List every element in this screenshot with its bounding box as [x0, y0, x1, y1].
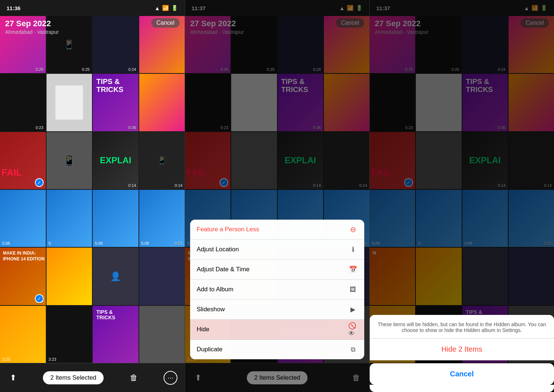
photo-cell-18[interactable]	[47, 248, 92, 305]
photo-grid-1: 0:25 📱 0:25 0:24 0:23 TIPS &TRICKS 0:36 …	[0, 16, 185, 363]
photo-cell-24[interactable]	[139, 306, 185, 363]
bottom-toolbar-1: ⬆ 2 Items Selected 🗑 ···	[0, 363, 185, 392]
signal-icon: ▲	[154, 5, 160, 11]
selected-check-17: ✓	[35, 294, 44, 303]
adjust-date-label: Adjust Date & Time	[197, 266, 250, 273]
tips-text-1: TIPS &TRICKS	[96, 77, 123, 93]
photo-cell-14[interactable]: 5:	[47, 190, 92, 247]
status-icons-1: ▲ 📶 🔋	[154, 5, 178, 11]
hide-label: Hide	[197, 326, 209, 333]
photo-cell-12[interactable]: 📱 0:14	[139, 132, 185, 189]
feature-less-label: Feature a Person Less	[197, 226, 259, 233]
menu-add-album[interactable]: Add to Album 🖼	[190, 280, 364, 300]
menu-duplicate[interactable]: Duplicate ⧉	[190, 340, 364, 359]
panel-2: 11:37 ▲ 📶 🔋 27 Sep 2022 Ahmedabad - Vast…	[185, 0, 369, 392]
menu-adjust-date[interactable]: Adjust Date & Time 📅	[190, 260, 364, 280]
photo-cell-1[interactable]: 0:25	[0, 16, 46, 73]
tips-text-2: TIPS &TRICKS	[96, 309, 115, 321]
wifi-icon: 📶	[162, 5, 169, 11]
photo-cell-23[interactable]: TIPS &TRICKS	[93, 306, 138, 363]
cancel-button-1[interactable]: Cancel	[151, 18, 180, 28]
photo-cell-10[interactable]: 📱	[47, 132, 92, 189]
photo-cell-16[interactable]: 5:09 0:21	[139, 190, 185, 247]
delete-icon-1[interactable]: 🗑	[128, 372, 140, 384]
panel-1: 11:36 ▲ 📶 🔋 27 Sep 2022 Ahmedabad - Vast…	[0, 0, 185, 392]
duration-1: 0:25	[36, 67, 43, 72]
duration-11: 0:14	[128, 183, 136, 188]
hide-items-button[interactable]: Hide 2 Items	[370, 339, 554, 360]
photo-cell-20[interactable]	[139, 248, 185, 305]
duration-2: 0:25	[82, 67, 90, 72]
photo-cell-2[interactable]: 📱 0:25	[47, 16, 92, 73]
photo-cell-3[interactable]: 0:24	[93, 16, 138, 73]
action-sheet-message: These items will be hidden, but can be f…	[370, 315, 554, 339]
panel-3: 11:37 ▲ 📶 🔋 27 Sep 2022 Ahmedabad - Vast…	[369, 0, 554, 392]
menu-feature-less[interactable]: Feature a Person Less ⊖	[190, 220, 364, 240]
duration-3: 0:24	[128, 67, 136, 72]
make-text-1: Make in India:iPhone 14 Edition	[3, 251, 45, 262]
action-sheet-card: These items will be hidden, but can be f…	[370, 315, 554, 360]
photo-cell-5[interactable]: 0:23	[0, 74, 46, 131]
menu-slideshow[interactable]: Slideshow ▶	[190, 300, 364, 320]
items-selected-badge-1: 2 Items Selected	[43, 371, 104, 384]
minus-circle-icon: ⊖	[348, 225, 358, 234]
photo-cell-11[interactable]: EXPLAI 0:14	[93, 132, 138, 189]
action-sheet: These items will be hidden, but can be f…	[370, 315, 554, 392]
duration-7: 0:36	[128, 125, 136, 130]
duration-12: 0:14	[175, 183, 182, 188]
battery-icon: 🔋	[171, 5, 178, 11]
calendar-icon: 📅	[348, 265, 358, 274]
action-sheet-cancel-button[interactable]: Cancel	[370, 363, 554, 385]
photo-cell-21[interactable]: 3:23	[0, 306, 46, 363]
photo-cell-6[interactable]	[47, 74, 92, 131]
slideshow-label: Slideshow	[197, 306, 225, 313]
info-circle-icon: ℹ	[348, 245, 358, 254]
home-indicator-space	[370, 385, 554, 392]
more-dots-1: ···	[168, 373, 174, 382]
explain-text-1: EXPLAI	[93, 155, 138, 165]
more-button-1[interactable]: ···	[164, 371, 177, 385]
eye-slash-icon: 🚫👁	[348, 325, 358, 334]
context-menu: Feature a Person Less ⊖ Adjust Location …	[190, 220, 364, 359]
time-1: 11:36	[7, 5, 20, 11]
status-bar-1: 11:36 ▲ 📶 🔋	[0, 0, 185, 16]
add-album-label: Add to Album	[197, 286, 233, 293]
photo-cell-15[interactable]: 5:09	[93, 190, 138, 247]
adjust-location-label: Adjust Location	[197, 246, 239, 253]
photo-cell-22[interactable]: 3:23	[47, 306, 92, 363]
fail-text-1: FAIL	[1, 167, 22, 178]
share-icon-1[interactable]: ⬆	[7, 372, 19, 384]
photo-cell-8[interactable]	[139, 74, 185, 131]
photo-cell-7[interactable]: TIPS &TRICKS 0:36	[93, 74, 138, 131]
duration-16: 0:21	[175, 241, 182, 245]
photo-cell-13[interactable]: 5:08	[0, 190, 46, 247]
photo-cell-9[interactable]: FAIL ✓	[0, 132, 46, 189]
photo-cell-19[interactable]: 👤	[93, 248, 138, 305]
menu-hide[interactable]: Hide 🚫👁	[190, 320, 364, 340]
album-icon: 🖼	[348, 285, 358, 294]
selected-check-9: ✓	[35, 178, 44, 187]
duplicate-label: Duplicate	[197, 346, 222, 353]
duration-5: 0:23	[36, 125, 43, 130]
photo-cell-17[interactable]: Make in India:iPhone 14 Edition 0:19 ✓	[0, 248, 46, 305]
duplicate-icon: ⧉	[348, 345, 358, 354]
play-icon: ▶	[348, 305, 358, 314]
menu-adjust-location[interactable]: Adjust Location ℹ	[190, 240, 364, 260]
